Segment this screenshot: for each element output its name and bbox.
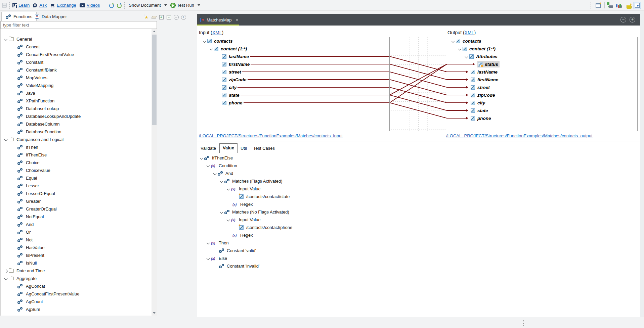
chevron-down-icon[interactable] [219, 177, 224, 185]
input-structure-link[interactable]: /LOCAL_PROJECT/Structures/FunctionExampl… [199, 133, 343, 138]
horizontal-sash[interactable] [197, 141, 640, 142]
learn-icon[interactable] [12, 3, 17, 7]
input-node[interactable]: contacts [199, 37, 389, 45]
minimize-view-icon[interactable]: − [173, 14, 179, 20]
output-node[interactable]: contact (1:*) [447, 45, 637, 53]
chevron-down-icon[interactable] [206, 254, 211, 262]
input-node[interactable]: lastName [199, 53, 389, 60]
open-perspective-button[interactable] [594, 2, 602, 9]
input-node[interactable]: city [199, 84, 389, 91]
tree-group[interactable]: General [1, 35, 152, 43]
chevron-down-icon[interactable] [206, 239, 211, 247]
exchange-link[interactable]: Exchange [57, 3, 76, 8]
chevron-down-icon[interactable] [457, 45, 463, 53]
tab-util[interactable]: Util [238, 144, 250, 153]
tree-item[interactable]: IsPresent [1, 251, 152, 259]
chevron-down-icon[interactable] [212, 170, 218, 177]
chevron-down-icon[interactable] [164, 4, 167, 6]
tree-item[interactable]: AgSum [1, 306, 152, 313]
input-xml-link[interactable]: XML [212, 30, 222, 35]
chevron-down-icon[interactable] [199, 154, 204, 162]
value-tree-item[interactable]: /contacts/contact/state [197, 193, 639, 200]
video-icon[interactable] [80, 3, 85, 7]
value-tree-item[interactable]: (x)Regex [197, 231, 639, 239]
value-tree-item[interactable]: (x)Input Value [197, 216, 639, 224]
tree-item[interactable]: Concat [1, 43, 152, 51]
value-tree-item[interactable]: Constant 'invalid' [197, 262, 639, 270]
tree-item[interactable]: And [1, 221, 152, 228]
ask-link[interactable]: Ask [39, 3, 47, 8]
value-tree-item[interactable]: IfThenElse [197, 154, 639, 162]
tree-item[interactable]: LesserOrEqual [1, 190, 152, 197]
tab-value[interactable]: Value [219, 143, 238, 153]
value-tree-item[interactable]: And [197, 170, 639, 177]
chevron-down-icon[interactable] [3, 136, 9, 143]
tree-group[interactable]: Aggregate [1, 275, 152, 282]
output-node[interactable]: phone [447, 114, 637, 122]
output-node[interactable]: city [447, 99, 637, 107]
learn-link[interactable]: Learn [18, 3, 30, 8]
tab-test-cases[interactable]: Test Cases [250, 144, 278, 153]
output-node[interactable]: firstName [447, 76, 637, 84]
tree-item[interactable]: Java [1, 89, 152, 97]
tab-matchesmap[interactable]: MatchesMap × [197, 14, 242, 26]
scrollbar-thumb[interactable] [152, 35, 157, 125]
modeler-perspective-button[interactable] [607, 2, 615, 9]
trim-drag-handle[interactable] [523, 320, 524, 326]
data-perspective-button[interactable] [625, 2, 632, 9]
input-node[interactable]: zipCode [199, 76, 389, 84]
collapse-all-icon[interactable]: − [166, 14, 171, 20]
tree-item[interactable]: Choice [1, 159, 152, 167]
tree-item[interactable]: IfThen [1, 143, 152, 151]
tree-item[interactable]: IsNull [1, 259, 152, 267]
tree-item[interactable]: DatabaseColumn [1, 120, 152, 128]
tree-item[interactable]: AgCount [1, 298, 152, 306]
tree-item[interactable]: Constant [1, 58, 152, 66]
input-node[interactable]: state [199, 91, 389, 99]
tree-item[interactable]: GreaterOrEqual [1, 205, 152, 213]
analytics-perspective-button[interactable] [616, 2, 624, 9]
chevron-down-icon[interactable] [226, 185, 231, 193]
scroll-down-icon[interactable] [152, 310, 157, 316]
tree-item[interactable]: Or [1, 228, 152, 236]
sync-icon[interactable] [109, 3, 114, 8]
videos-link[interactable]: Videos [87, 3, 100, 8]
tab-data-mapper[interactable]: Data Mapper [31, 12, 71, 21]
value-tree-item[interactable]: Matches (Flags Activated) [197, 177, 639, 185]
input-node[interactable]: phone [199, 99, 389, 107]
tree-item[interactable]: MapValues [1, 74, 152, 82]
tree-item[interactable]: IfThenElse [1, 151, 152, 159]
chevron-down-icon[interactable] [226, 216, 231, 224]
value-tree-item[interactable]: (x)Input Value [197, 185, 639, 193]
value-tree-item[interactable]: (x)Regex [197, 200, 639, 208]
expand-all-icon[interactable]: + [159, 14, 164, 20]
value-tree-item[interactable]: (x)Condition [197, 162, 639, 170]
output-structure-link[interactable]: /LOCAL_PROJECT/Structures/FunctionExampl… [446, 133, 593, 138]
tree-item[interactable]: ChoiceValue [1, 167, 152, 174]
tree-item[interactable]: HasValue [1, 244, 152, 251]
output-node[interactable]: state [447, 107, 637, 114]
output-node[interactable]: status [447, 60, 637, 68]
close-icon[interactable]: × [235, 17, 238, 22]
chevron-down-icon[interactable] [450, 37, 456, 45]
chevron-down-icon[interactable] [3, 275, 9, 282]
chevron-down-icon[interactable] [202, 37, 207, 45]
chevron-down-icon[interactable] [219, 208, 224, 216]
input-node[interactable]: street [199, 68, 389, 76]
chevron-right-icon[interactable] [3, 267, 9, 275]
output-node[interactable]: street [447, 84, 637, 91]
tree-item[interactable]: Not [1, 236, 152, 244]
chevron-down-icon[interactable] [206, 162, 211, 170]
tree-group[interactable]: Comparison and Logical [1, 136, 152, 143]
tree-item[interactable]: DatabaseLookupAndUpdate [1, 112, 152, 120]
show-document-button[interactable]: Show Document [129, 3, 161, 8]
output-node[interactable]: lastName [447, 68, 637, 76]
tab-validate[interactable]: Validate [198, 144, 219, 153]
chevron-down-icon[interactable] [198, 4, 200, 6]
test-run-icon[interactable] [170, 3, 176, 8]
cart-icon[interactable] [50, 3, 55, 7]
chevron-down-icon[interactable] [464, 53, 469, 60]
tree-item[interactable]: AgConcat [1, 282, 152, 290]
tree-item[interactable]: Equal [1, 174, 152, 182]
tree-item[interactable]: NotEqual [1, 213, 152, 221]
